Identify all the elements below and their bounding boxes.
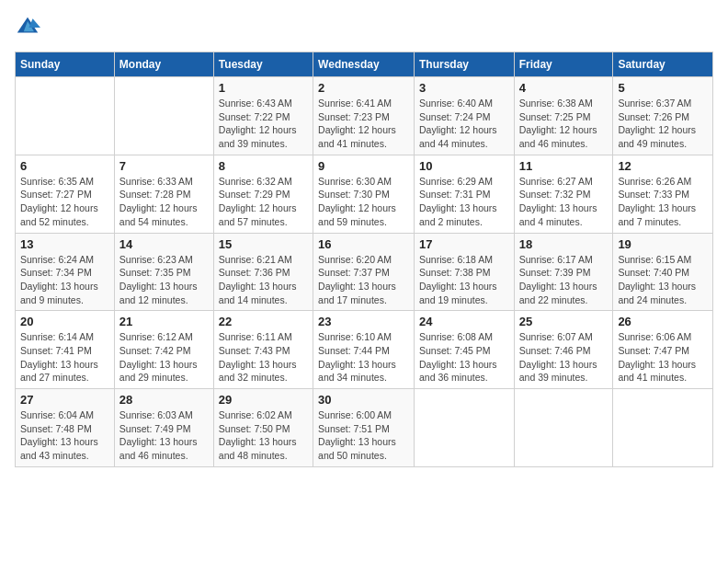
day-cell: 29Sunrise: 6:02 AM Sunset: 7:50 PM Dayli… xyxy=(213,389,313,467)
day-info: Sunrise: 6:11 AM Sunset: 7:43 PM Dayligh… xyxy=(219,331,297,383)
header-cell-thursday: Thursday xyxy=(414,52,514,77)
day-cell: 18Sunrise: 6:17 AM Sunset: 7:39 PM Dayli… xyxy=(514,233,613,311)
day-cell: 13Sunrise: 6:24 AM Sunset: 7:34 PM Dayli… xyxy=(16,233,115,311)
day-info: Sunrise: 6:32 AM Sunset: 7:29 PM Dayligh… xyxy=(219,176,297,227)
day-info: Sunrise: 6:30 AM Sunset: 7:30 PM Dayligh… xyxy=(318,176,396,227)
day-cell: 22Sunrise: 6:11 AM Sunset: 7:43 PM Dayli… xyxy=(213,311,313,389)
day-cell: 6Sunrise: 6:35 AM Sunset: 7:27 PM Daylig… xyxy=(16,155,115,233)
week-row-3: 13Sunrise: 6:24 AM Sunset: 7:34 PM Dayli… xyxy=(16,233,713,311)
calendar-table: SundayMondayTuesdayWednesdayThursdayFrid… xyxy=(15,52,713,467)
day-info: Sunrise: 6:00 AM Sunset: 7:51 PM Dayligh… xyxy=(318,409,396,461)
day-number: 15 xyxy=(219,237,308,251)
day-info: Sunrise: 6:40 AM Sunset: 7:24 PM Dayligh… xyxy=(419,98,497,149)
day-number: 1 xyxy=(219,81,308,95)
day-cell xyxy=(514,389,613,467)
day-info: Sunrise: 6:38 AM Sunset: 7:25 PM Dayligh… xyxy=(519,98,597,149)
day-cell: 7Sunrise: 6:33 AM Sunset: 7:28 PM Daylig… xyxy=(114,155,213,233)
week-row-5: 27Sunrise: 6:04 AM Sunset: 7:48 PM Dayli… xyxy=(16,389,713,467)
day-cell: 24Sunrise: 6:08 AM Sunset: 7:45 PM Dayli… xyxy=(414,311,514,389)
day-number: 4 xyxy=(519,81,609,95)
day-number: 5 xyxy=(618,81,708,95)
day-info: Sunrise: 6:24 AM Sunset: 7:34 PM Dayligh… xyxy=(20,254,98,305)
day-cell: 23Sunrise: 6:10 AM Sunset: 7:44 PM Dayli… xyxy=(313,311,415,389)
day-number: 6 xyxy=(20,159,109,173)
day-number: 22 xyxy=(219,315,308,328)
day-number: 8 xyxy=(219,159,308,173)
day-cell: 5Sunrise: 6:37 AM Sunset: 7:26 PM Daylig… xyxy=(613,77,713,155)
day-cell: 17Sunrise: 6:18 AM Sunset: 7:38 PM Dayli… xyxy=(414,233,514,311)
day-info: Sunrise: 6:07 AM Sunset: 7:46 PM Dayligh… xyxy=(519,331,597,383)
day-info: Sunrise: 6:04 AM Sunset: 7:48 PM Dayligh… xyxy=(20,409,98,461)
header-row: SundayMondayTuesdayWednesdayThursdayFrid… xyxy=(16,52,713,77)
day-cell: 28Sunrise: 6:03 AM Sunset: 7:49 PM Dayli… xyxy=(114,389,213,467)
day-cell: 15Sunrise: 6:21 AM Sunset: 7:36 PM Dayli… xyxy=(213,233,313,311)
day-info: Sunrise: 6:20 AM Sunset: 7:37 PM Dayligh… xyxy=(318,254,396,305)
day-cell xyxy=(16,77,115,155)
day-cell: 25Sunrise: 6:07 AM Sunset: 7:46 PM Dayli… xyxy=(514,311,613,389)
day-info: Sunrise: 6:18 AM Sunset: 7:38 PM Dayligh… xyxy=(419,254,497,305)
day-cell xyxy=(414,389,514,467)
day-info: Sunrise: 6:15 AM Sunset: 7:40 PM Dayligh… xyxy=(618,254,696,305)
day-info: Sunrise: 6:10 AM Sunset: 7:44 PM Dayligh… xyxy=(318,331,396,383)
day-cell xyxy=(114,77,213,155)
day-info: Sunrise: 6:03 AM Sunset: 7:49 PM Dayligh… xyxy=(119,409,198,461)
day-info: Sunrise: 6:37 AM Sunset: 7:26 PM Dayligh… xyxy=(618,98,696,149)
header-cell-friday: Friday xyxy=(514,52,613,77)
header-cell-sunday: Sunday xyxy=(16,52,115,77)
day-cell: 3Sunrise: 6:40 AM Sunset: 7:24 PM Daylig… xyxy=(414,77,514,155)
day-number: 29 xyxy=(219,393,308,407)
day-number: 18 xyxy=(519,237,609,251)
day-cell: 4Sunrise: 6:38 AM Sunset: 7:25 PM Daylig… xyxy=(514,77,613,155)
day-number: 10 xyxy=(419,159,509,173)
day-number: 28 xyxy=(119,393,209,407)
day-number: 26 xyxy=(618,315,708,328)
day-number: 7 xyxy=(119,159,209,173)
day-cell: 16Sunrise: 6:20 AM Sunset: 7:37 PM Dayli… xyxy=(313,233,415,311)
day-cell: 14Sunrise: 6:23 AM Sunset: 7:35 PM Dayli… xyxy=(114,233,213,311)
day-number: 24 xyxy=(419,315,509,328)
day-cell xyxy=(613,389,713,467)
day-number: 3 xyxy=(419,81,509,95)
day-info: Sunrise: 6:23 AM Sunset: 7:35 PM Dayligh… xyxy=(119,254,198,305)
day-info: Sunrise: 6:06 AM Sunset: 7:47 PM Dayligh… xyxy=(618,331,696,383)
header-cell-monday: Monday xyxy=(114,52,213,77)
week-row-4: 20Sunrise: 6:14 AM Sunset: 7:41 PM Dayli… xyxy=(16,311,713,389)
day-info: Sunrise: 6:43 AM Sunset: 7:22 PM Dayligh… xyxy=(219,98,297,149)
day-info: Sunrise: 6:26 AM Sunset: 7:33 PM Dayligh… xyxy=(618,176,696,227)
day-number: 30 xyxy=(318,393,409,407)
header xyxy=(15,15,713,40)
day-cell: 11Sunrise: 6:27 AM Sunset: 7:32 PM Dayli… xyxy=(514,155,613,233)
logo xyxy=(15,15,44,40)
day-info: Sunrise: 6:12 AM Sunset: 7:42 PM Dayligh… xyxy=(119,331,198,383)
header-cell-saturday: Saturday xyxy=(613,52,713,77)
day-info: Sunrise: 6:27 AM Sunset: 7:32 PM Dayligh… xyxy=(519,176,597,227)
day-number: 21 xyxy=(119,315,209,328)
week-row-2: 6Sunrise: 6:35 AM Sunset: 7:27 PM Daylig… xyxy=(16,155,713,233)
day-cell: 8Sunrise: 6:32 AM Sunset: 7:29 PM Daylig… xyxy=(213,155,313,233)
calendar-body: 1Sunrise: 6:43 AM Sunset: 7:22 PM Daylig… xyxy=(16,77,713,467)
day-number: 25 xyxy=(519,315,609,328)
day-info: Sunrise: 6:14 AM Sunset: 7:41 PM Dayligh… xyxy=(20,331,98,383)
day-cell: 20Sunrise: 6:14 AM Sunset: 7:41 PM Dayli… xyxy=(16,311,115,389)
day-cell: 10Sunrise: 6:29 AM Sunset: 7:31 PM Dayli… xyxy=(414,155,514,233)
day-info: Sunrise: 6:41 AM Sunset: 7:23 PM Dayligh… xyxy=(318,98,396,149)
day-number: 14 xyxy=(119,237,209,251)
header-cell-wednesday: Wednesday xyxy=(313,52,415,77)
day-info: Sunrise: 6:17 AM Sunset: 7:39 PM Dayligh… xyxy=(519,254,597,305)
day-number: 9 xyxy=(318,159,409,173)
day-info: Sunrise: 6:08 AM Sunset: 7:45 PM Dayligh… xyxy=(419,331,497,383)
day-cell: 26Sunrise: 6:06 AM Sunset: 7:47 PM Dayli… xyxy=(613,311,713,389)
day-info: Sunrise: 6:02 AM Sunset: 7:50 PM Dayligh… xyxy=(219,409,297,461)
day-cell: 1Sunrise: 6:43 AM Sunset: 7:22 PM Daylig… xyxy=(213,77,313,155)
day-number: 2 xyxy=(318,81,409,95)
day-number: 20 xyxy=(20,315,109,328)
day-cell: 2Sunrise: 6:41 AM Sunset: 7:23 PM Daylig… xyxy=(313,77,415,155)
week-row-1: 1Sunrise: 6:43 AM Sunset: 7:22 PM Daylig… xyxy=(16,77,713,155)
day-number: 23 xyxy=(318,315,409,328)
day-cell: 21Sunrise: 6:12 AM Sunset: 7:42 PM Dayli… xyxy=(114,311,213,389)
day-number: 17 xyxy=(419,237,509,251)
calendar-header: SundayMondayTuesdayWednesdayThursdayFrid… xyxy=(16,52,713,77)
day-number: 13 xyxy=(20,237,109,251)
logo-icon xyxy=(15,15,40,40)
day-number: 27 xyxy=(20,393,109,407)
